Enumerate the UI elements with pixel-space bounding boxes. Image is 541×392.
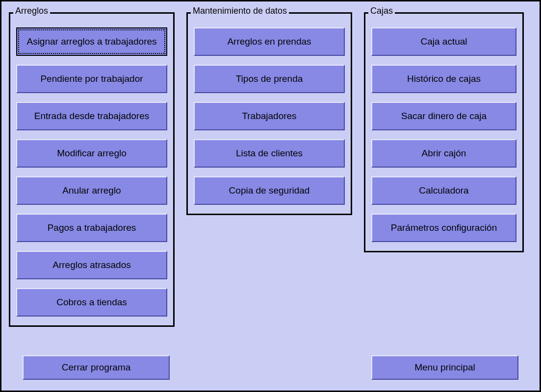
bottom-row: Cerrar programa Menu principal [9, 355, 532, 380]
columns-container: Arreglos Asignar arreglos a trabajadores… [9, 6, 532, 327]
btn-historico-de-cajas[interactable]: Histórico de cajas [371, 65, 516, 93]
btn-caja-actual[interactable]: Caja actual [371, 27, 516, 56]
btn-asignar-arreglos-trabajadores[interactable]: Asignar arreglos a trabajadores [16, 27, 167, 56]
btn-anular-arreglo[interactable]: Anular arreglo [16, 176, 167, 205]
btn-modificar-arreglo[interactable]: Modificar arreglo [16, 139, 167, 168]
btn-copia-de-seguridad[interactable]: Copia de seguridad [194, 176, 345, 205]
btn-menu-principal[interactable]: Menu principal [371, 355, 518, 380]
btn-entrada-desde-trabajadores[interactable]: Entrada desde trabajadores [16, 102, 167, 130]
group-mantenimiento-title: Mantenimiento de datos [191, 6, 289, 16]
btn-abrir-cajon[interactable]: Abrir cajón [371, 139, 516, 168]
btn-cerrar-programa[interactable]: Cerrar programa [23, 355, 170, 380]
group-arreglos-title: Arreglos [13, 6, 50, 16]
group-arreglos: Arreglos Asignar arreglos a trabajadores… [9, 12, 175, 327]
btn-tipos-de-prenda[interactable]: Tipos de prenda [194, 65, 345, 93]
main-window: Arreglos Asignar arreglos a trabajadores… [0, 0, 541, 392]
btn-trabajadores[interactable]: Trabajadores [194, 102, 345, 130]
btn-pagos-a-trabajadores[interactable]: Pagos a trabajadores [16, 214, 167, 242]
btn-pendiente-por-trabajador[interactable]: Pendiente por trabajador [16, 65, 167, 93]
btn-calculadora[interactable]: Calculadora [371, 176, 516, 205]
btn-lista-de-clientes[interactable]: Lista de clientes [194, 139, 345, 168]
group-cajas: Cajas Caja actual Histórico de cajas Sac… [364, 12, 524, 252]
btn-parametros-configuracion[interactable]: Parámetros configuración [371, 214, 516, 242]
btn-sacar-dinero-de-caja[interactable]: Sacar dinero de caja [371, 102, 516, 130]
btn-arreglos-en-prendas[interactable]: Arreglos en prendas [194, 27, 345, 56]
btn-arreglos-atrasados[interactable]: Arreglos atrasados [16, 251, 167, 279]
group-mantenimiento: Mantenimiento de datos Arreglos en prend… [186, 12, 352, 215]
group-cajas-title: Cajas [368, 6, 395, 16]
btn-cobros-a-tiendas[interactable]: Cobros a tiendas [16, 288, 167, 317]
